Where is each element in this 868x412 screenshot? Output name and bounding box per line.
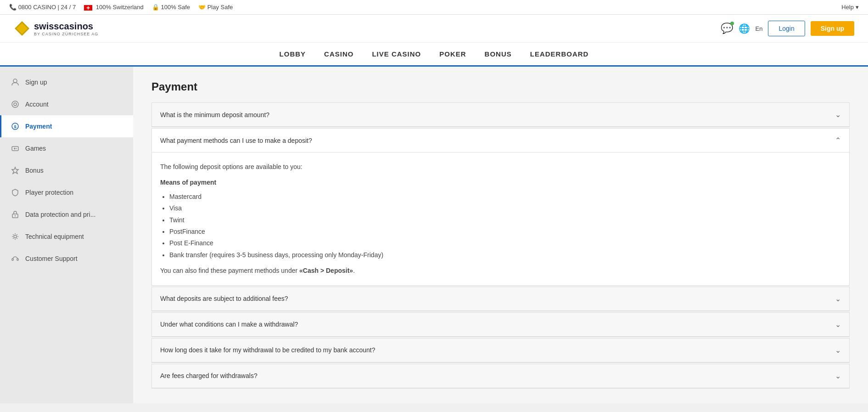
svg-point-12 [15, 215, 16, 216]
signup-icon [11, 78, 20, 87]
login-button[interactable]: Login [768, 21, 805, 36]
accordion-q3: What deposits are subject to additional … [151, 287, 850, 311]
sidebar-item-player-protection[interactable]: Player protection [0, 181, 133, 203]
sidebar-item-data-protection[interactable]: Data protection and pri... [0, 203, 133, 226]
logo[interactable]: swisscasinos BY CASINO ZÜRICHSEE AG [14, 20, 98, 37]
chevron-down-icon-q1: ⌄ [835, 110, 841, 119]
accordion-question-q6: Are fees charged for withdrawals? [160, 372, 258, 379]
accordion-question-q2: What payment methods can I use to make a… [160, 137, 312, 144]
safe-info: 🔒 100% Safe [152, 4, 190, 11]
accordion-q1: What is the minimum deposit amount? ⌄ [151, 102, 850, 127]
chevron-down-icon-q6: ⌄ [835, 372, 841, 380]
account-icon [11, 100, 20, 109]
chat-icon-wrap[interactable]: 💬 [721, 23, 733, 34]
nav-leaderboard[interactable]: LEADERBOARD [530, 49, 589, 59]
sidebar-label-bonus: Bonus [25, 167, 44, 174]
svg-point-2 [13, 79, 17, 83]
svg-text:$: $ [14, 124, 16, 129]
sidebar-label-technical: Technical equipment [25, 233, 84, 240]
nav-casino[interactable]: CASINO [324, 49, 353, 59]
content-area: Sign up Account $ Payment Games Bonus [0, 67, 868, 403]
sidebar-label-data-protection: Data protection and pri... [25, 211, 95, 218]
language-label[interactable]: En [756, 25, 763, 32]
technical-icon [11, 232, 20, 241]
accordion-question-q4: Under what conditions can I make a withd… [160, 321, 298, 328]
accordion-header-q4[interactable]: Under what conditions can I make a withd… [152, 313, 849, 337]
online-dot [730, 22, 734, 25]
cash-note: You can also find these payment methods … [160, 265, 841, 276]
lock-icon: 🔒 [152, 4, 159, 11]
header-right: 💬 🌐 En Login Sign up [721, 21, 855, 36]
sidebar-label-signup: Sign up [25, 79, 47, 86]
payment-methods-list: Mastercard Visa Twint PostFinance Post E… [169, 192, 841, 260]
nav-live-casino[interactable]: LIVE CASINO [372, 49, 421, 59]
svg-point-13 [14, 235, 17, 238]
header: swisscasinos BY CASINO ZÜRICHSEE AG 💬 🌐 … [0, 15, 868, 43]
accordion-intro-q2: The following deposit options are availa… [160, 162, 841, 172]
sidebar-label-player-protection: Player protection [25, 189, 73, 196]
nav-bonus[interactable]: BONUS [485, 49, 512, 59]
play-safe-info: 🤝 Play Safe [198, 4, 233, 11]
list-item: Twint [169, 215, 841, 225]
phone-info: 📞 0800 CASINO | 24 / 7 [9, 4, 76, 11]
sidebar-item-customer-support[interactable]: Customer Support [0, 248, 133, 270]
language-icon[interactable]: 🌐 [739, 23, 750, 34]
sidebar-item-games[interactable]: Games [0, 137, 133, 159]
accordion-header-q5[interactable]: How long does it take for my withdrawal … [152, 339, 849, 362]
note-prefix: You can also find these payment methods … [160, 267, 299, 274]
svg-marker-1 [17, 23, 28, 34]
accordion-header-q2[interactable]: What payment methods can I use to make a… [152, 129, 849, 152]
logo-name: swisscasinos [34, 21, 93, 31]
chevron-down-icon-q4: ⌄ [835, 320, 841, 329]
page-title: Payment [151, 80, 850, 93]
sidebar: Sign up Account $ Payment Games Bonus [0, 67, 133, 403]
sidebar-item-signup[interactable]: Sign up [0, 71, 133, 93]
svg-point-3 [12, 101, 18, 107]
sidebar-item-bonus[interactable]: Bonus [0, 159, 133, 181]
help-button[interactable]: Help ▾ [841, 4, 859, 11]
payment-icon: $ [11, 122, 20, 131]
switzerland-info: 100% Switzerland [84, 4, 144, 11]
cash-link: «Cash > Deposit» [299, 267, 353, 274]
chevron-up-icon-q2: ⌃ [835, 136, 841, 145]
accordion-q4: Under what conditions can I make a withd… [151, 312, 850, 337]
accordion-header-q1[interactable]: What is the minimum deposit amount? ⌄ [152, 103, 849, 127]
list-item: Post E-Finance [169, 238, 841, 248]
accordion-body-q2: The following deposit options are availa… [152, 152, 849, 285]
player-protection-icon [11, 188, 20, 197]
accordion-header-q6[interactable]: Are fees charged for withdrawals? ⌄ [152, 364, 849, 388]
swiss-flag-icon [84, 5, 92, 11]
svg-point-4 [14, 103, 17, 106]
svg-point-10 [16, 148, 17, 149]
nav-lobby[interactable]: LOBBY [280, 49, 306, 59]
svg-rect-14 [12, 259, 13, 260]
sidebar-item-payment[interactable]: $ Payment [0, 115, 133, 137]
accordion-q6: Are fees charged for withdrawals? ⌄ [151, 364, 850, 389]
accordion-q2: What payment methods can I use to make a… [151, 128, 850, 286]
list-item: Mastercard [169, 192, 841, 202]
top-bar-left: 📞 0800 CASINO | 24 / 7 100% Switzerland … [9, 4, 233, 11]
accordion-question-q3: What deposits are subject to additional … [160, 295, 288, 302]
logo-sub: BY CASINO ZÜRICHSEE AG [34, 32, 98, 36]
chevron-down-icon-q5: ⌄ [835, 346, 841, 355]
chevron-down-icon: ▾ [856, 4, 859, 11]
logo-icon [14, 20, 30, 37]
handshake-icon: 🤝 [198, 4, 206, 11]
accordion-header-q3[interactable]: What deposits are subject to additional … [152, 287, 849, 311]
main-content: Payment What is the minimum deposit amou… [133, 67, 868, 403]
accordion-question-q5: How long does it take for my withdrawal … [160, 346, 375, 354]
signup-button[interactable]: Sign up [811, 21, 854, 36]
top-bar: 📞 0800 CASINO | 24 / 7 100% Switzerland … [0, 0, 868, 15]
top-bar-right[interactable]: Help ▾ [841, 4, 859, 11]
nav-poker[interactable]: POKER [439, 49, 466, 59]
list-item: Visa [169, 203, 841, 213]
sidebar-label-payment: Payment [25, 123, 52, 130]
chevron-down-icon-q3: ⌄ [835, 294, 841, 303]
sidebar-item-technical[interactable]: Technical equipment [0, 226, 133, 248]
games-icon [11, 144, 20, 153]
accordion-question-q1: What is the minimum deposit amount? [160, 111, 269, 119]
main-nav: LOBBY CASINO LIVE CASINO POKER BONUS LEA… [0, 43, 868, 67]
sidebar-item-account[interactable]: Account [0, 93, 133, 115]
accordion-q5: How long does it take for my withdrawal … [151, 338, 850, 363]
phone-icon: 📞 [9, 4, 17, 11]
